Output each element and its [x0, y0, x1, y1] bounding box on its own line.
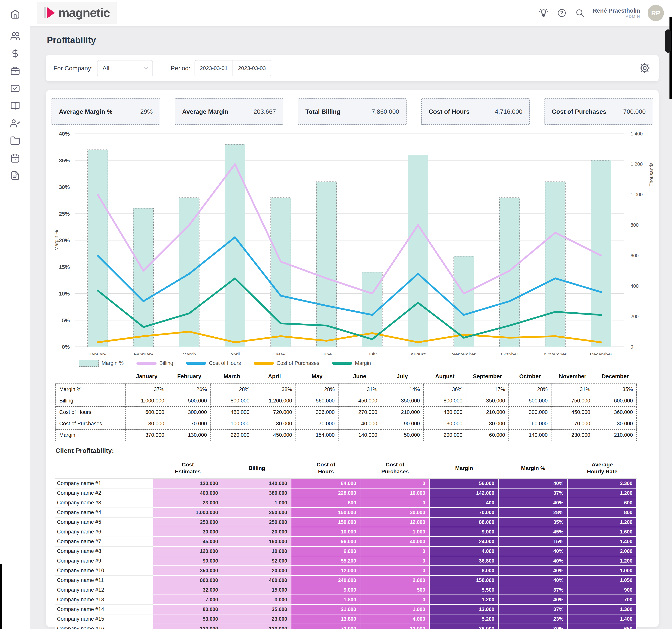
table-cell: 228.000 — [291, 488, 360, 498]
table-cell: 1.200 — [430, 595, 499, 605]
report-panel: Average Margin % 29% Average Margin 203.… — [46, 90, 659, 627]
table-cell: 150.000 — [291, 517, 360, 527]
sidebar-item-clients[interactable] — [10, 118, 21, 129]
scrollbar-thumb[interactable] — [665, 29, 671, 53]
table-cell: 45.000 — [153, 537, 222, 547]
table-cell: 120.000 — [222, 624, 291, 629]
row-label: Margin — [56, 429, 125, 441]
search-button[interactable] — [575, 7, 585, 18]
table-cell: 30.000 — [253, 418, 296, 429]
sidebar-item-schedule[interactable] — [10, 153, 21, 164]
settings-button[interactable] — [638, 62, 651, 75]
table-cell: 300.000 — [168, 407, 211, 418]
table-cell: 2.000 — [568, 547, 637, 556]
help-button[interactable] — [556, 7, 567, 18]
company-name-cell: Company name #7 — [55, 537, 153, 547]
chevron-down-icon — [144, 65, 148, 70]
kpi-cost-of-purchases: Cost of Purchases 700.000 — [545, 98, 653, 125]
sidebar-item-reports[interactable] — [10, 170, 21, 181]
company-name-cell: Company name #11 — [55, 576, 153, 585]
period-range: 2023-03-01 2023-03-03 — [195, 60, 271, 76]
table-cell: 40.000 — [360, 537, 429, 547]
table-cell: 37% — [499, 605, 568, 614]
table-cell: 17% — [466, 384, 509, 395]
table-cell: 400.000 — [153, 488, 222, 498]
legend-item-margin-: Margin % — [79, 360, 124, 367]
table-cell: 1.400 — [568, 537, 637, 547]
kpi-total-billing: Total Billing 7.860.000 — [298, 98, 407, 125]
month-header: January — [125, 371, 168, 384]
sidebar-item-tasks[interactable] — [10, 83, 21, 94]
company-select[interactable]: All — [97, 60, 153, 76]
table-cell: 0 — [360, 479, 429, 488]
sidebar-item-finance[interactable] — [10, 48, 21, 59]
sidebar-item-home[interactable] — [10, 8, 21, 19]
table-cell: 4.000 — [360, 614, 429, 624]
user-menu[interactable]: René Praestholm ADMIN — [593, 7, 640, 19]
table-row: Margin %37%26%28%38%28%31%14%36%17%28%31… — [56, 384, 637, 395]
table-cell: 53.000 — [153, 614, 222, 624]
company-name-cell: Company name #15 — [55, 614, 153, 624]
table-cell: 21.000 — [291, 605, 360, 614]
svg-text:1.200: 1.200 — [630, 162, 643, 167]
chart-legend: Margin %BillingCost of HoursCost of Purc… — [79, 360, 371, 367]
sidebar-item-files[interactable] — [10, 135, 21, 146]
users-icon — [10, 31, 20, 41]
ideas-button[interactable] — [538, 7, 549, 18]
month-header: February — [168, 371, 211, 384]
kpi-value: 4.716.000 — [495, 108, 522, 115]
table-cell: 0 — [360, 595, 429, 605]
table-row: Company name #41.000.000250.000150.00030… — [55, 508, 637, 517]
table-cell: 1.300 — [568, 605, 637, 614]
legend-label: Margin % — [101, 360, 124, 366]
table-cell: 36.000 — [430, 624, 499, 629]
table-cell: 360.000 — [594, 407, 637, 418]
table-cell: 230.000 — [551, 429, 594, 441]
sidebar-item-projects[interactable] — [10, 66, 21, 76]
table-cell: 15% — [499, 537, 568, 547]
period-label: Period: — [171, 65, 190, 72]
svg-text:1.400: 1.400 — [630, 131, 643, 137]
table-cell: 160.000 — [222, 537, 291, 547]
column-header: Cost Estimates — [153, 460, 222, 479]
table-cell: 450.000 — [338, 395, 381, 407]
company-name-cell: Company name #5 — [55, 517, 153, 527]
table-cell: 140.000 — [222, 479, 291, 488]
avatar[interactable]: RP — [648, 5, 664, 21]
table-cell: 8.000 — [430, 566, 499, 576]
table-cell: 400 — [430, 498, 499, 508]
app-logo[interactable]: magnetic — [37, 2, 117, 24]
table-cell: 350.000 — [153, 566, 222, 576]
date-to-input[interactable]: 2023-03-03 — [233, 61, 271, 76]
table-cell: 220.000 — [211, 429, 253, 441]
search-icon — [575, 8, 585, 18]
sidebar-item-knowledge[interactable] — [10, 100, 21, 111]
svg-text:August: August — [410, 352, 426, 355]
table-cell: 12.000 — [291, 566, 360, 576]
table-cell: 800.000 — [211, 395, 253, 407]
table-cell: 700 — [568, 595, 637, 605]
corner-cell — [56, 371, 125, 384]
page-title: Profitability — [47, 35, 96, 45]
table-cell: 450.000 — [253, 429, 296, 441]
company-name-cell: Company name #12 — [55, 585, 153, 595]
file-text-icon — [10, 171, 20, 180]
legend-label: Billing — [159, 360, 173, 366]
table-cell: 35% — [499, 517, 568, 527]
company-name-cell: Company name #13 — [55, 595, 153, 605]
table-cell: 800.000 — [153, 576, 222, 585]
table-cell: 300.000 — [509, 407, 551, 418]
table-cell: 38% — [253, 384, 296, 395]
table-cell: 1.000 — [222, 498, 291, 508]
svg-text:10%: 10% — [59, 291, 70, 297]
svg-text:20%: 20% — [59, 237, 70, 243]
legend-line-swatch — [332, 362, 352, 365]
table-cell: 23% — [499, 614, 568, 624]
table-cell: 1.050 — [568, 576, 637, 585]
table-row: Company name #630.00020.00010.0001.0009.… — [55, 527, 637, 537]
date-from-input[interactable]: 2023-03-01 — [195, 61, 233, 76]
main-content: Profitability For Company: All Period: 2… — [30, 26, 672, 629]
sidebar-item-team[interactable] — [10, 31, 21, 42]
table-cell: 28% — [499, 508, 568, 517]
table-row: Company name #990.00092.00055.200036.800… — [55, 556, 637, 566]
